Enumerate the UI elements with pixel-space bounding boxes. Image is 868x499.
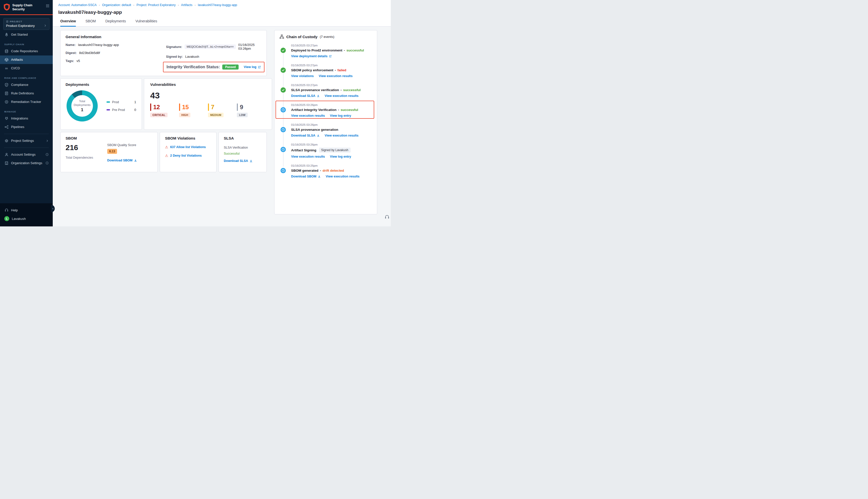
tab-sbom[interactable]: SBOM	[85, 19, 96, 27]
sbom-total-label: Total Dependencies	[65, 156, 93, 159]
download-sbom-link[interactable]: Download SBOM	[107, 159, 137, 162]
sidebar-footer: Help L Lavakush	[0, 203, 53, 227]
severity-count: 7	[211, 104, 214, 111]
custody-event-integrity-verification: 01/16/2025 03:26pm Artifact Integrity Ve…	[279, 104, 372, 118]
sidebar-item-integrations[interactable]: Integrations	[0, 114, 53, 123]
artifact-cube-icon	[4, 58, 9, 62]
sidebar-item-pipelines[interactable]: Pipelines	[0, 123, 53, 131]
severity-count: 12	[153, 104, 160, 111]
headset-icon	[4, 208, 9, 212]
card-title: SLSA	[224, 136, 262, 140]
event-status: failed	[338, 68, 346, 72]
main-area: Account: Automation-SSCA › Organization:…	[53, 0, 391, 227]
view-execution-results-link[interactable]: View execution results	[319, 74, 353, 78]
divider	[4, 134, 49, 134]
prod-color-swatch	[107, 101, 110, 103]
sidebar-item-label: Rule Definitions	[11, 92, 34, 95]
sidebar-item-rule-definitions[interactable]: Rule Definitions	[0, 89, 53, 98]
digest-label: Digest:	[65, 51, 76, 55]
card-title: Deployments	[65, 82, 137, 87]
severity-label: LOW	[237, 113, 248, 117]
deny-list-violations-link[interactable]: 2 Deny list Violations	[170, 154, 202, 157]
breadcrumb-current[interactable]: lavakush07/easy-buggy-app	[198, 3, 237, 7]
allow-list-violations-link[interactable]: 637 Allow list Violations	[170, 145, 206, 149]
sidebar-item-cicd[interactable]: ∞ CI/CD	[0, 64, 53, 73]
severity-critical: 12 CRITICAL	[150, 104, 179, 117]
custody-event-sbom-generated: 01/16/2025 03:25pm SBOM generated - drif…	[279, 164, 372, 178]
download-icon	[317, 134, 320, 137]
plug-icon	[4, 116, 9, 121]
breadcrumb-project[interactable]: Project: Product Exploratory	[137, 3, 176, 7]
digest-row: Digest: 8d23bd3b5d8f	[65, 51, 166, 55]
sidebar-item-label: Account Settings	[11, 153, 36, 156]
severity-label: CRITICAL	[150, 113, 168, 117]
download-icon	[317, 94, 320, 97]
donut-center-label: Total	[74, 99, 91, 103]
severity-count: 9	[240, 104, 243, 111]
gear-icon	[4, 138, 9, 143]
project-icon	[6, 20, 9, 23]
signing-stage-icon	[280, 147, 286, 152]
event-title: Artifact Integrity Verification	[291, 108, 337, 112]
sidebar-item-label: Integrations	[11, 117, 28, 120]
vulnerabilities-total: 43	[150, 90, 266, 100]
tab-vulnerabilities[interactable]: Vulnerabilities	[135, 19, 157, 27]
signed-by-value: Lavakush	[185, 55, 199, 59]
view-execution-results-link[interactable]: View execution results	[291, 114, 325, 118]
info-icon	[46, 153, 49, 156]
info-icon	[46, 161, 49, 165]
download-slsa-link[interactable]: Download SLSA	[291, 94, 320, 98]
download-slsa-link[interactable]: Download SLSA	[291, 134, 320, 137]
view-violations-link[interactable]: View violations	[291, 74, 314, 78]
view-log-entry-link[interactable]: View log entry	[330, 114, 351, 118]
sidebar-item-code-repositories[interactable]: Code Repositories	[0, 47, 53, 56]
card-title: Vulnerabilities	[150, 82, 266, 87]
sidebar-item-remediation-tracker[interactable]: Remediation Tracker	[0, 98, 53, 106]
view-log-entry-link[interactable]: View log entry	[330, 155, 351, 158]
tags-row: Tags: v5	[65, 59, 166, 63]
download-slsa-link[interactable]: Download SLSA	[224, 159, 253, 163]
support-headset-icon[interactable]	[385, 214, 389, 219]
view-execution-results-link[interactable]: View execution results	[325, 94, 359, 98]
tab-overview[interactable]: Overview	[60, 19, 76, 27]
view-deployment-details-link[interactable]: View deployment details	[291, 54, 332, 58]
slsa-generation-stage-icon	[280, 127, 286, 132]
name-label: Name:	[65, 43, 76, 47]
view-execution-results-link[interactable]: View execution results	[326, 175, 360, 178]
integrity-status-highlight-box: Integrity Verification Status: Passed Vi…	[163, 62, 264, 72]
sbom-quality-label: SBOM Quality Score	[107, 143, 137, 147]
custody-timeline: 01/16/2025 03:27pm Deployed to Prod2 env…	[279, 44, 372, 178]
card-title: General Information	[65, 35, 262, 39]
view-execution-results-link[interactable]: View execution results	[291, 155, 325, 158]
warning-icon: ⚠	[165, 154, 168, 157]
sidebar-item-label: Project Settings	[11, 139, 34, 143]
breadcrumb-artifacts[interactable]: Artifacts	[181, 3, 192, 7]
content-area: General Information Name: lavakush07/eas…	[53, 27, 391, 227]
download-sbom-link[interactable]: Download SBOM	[291, 175, 321, 178]
event-timestamp: 01/16/2025 03:26pm	[291, 104, 372, 107]
help-button[interactable]: Help	[0, 206, 53, 214]
sidebar-item-account-settings[interactable]: Account Settings	[0, 150, 53, 159]
sidebar-item-artifacts[interactable]: Artifacts	[0, 56, 53, 64]
view-log-link[interactable]: View log	[244, 65, 261, 69]
breadcrumb-account[interactable]: Account: Automation-SSCA	[58, 3, 97, 7]
breadcrumb-organization[interactable]: Organization: default	[102, 3, 131, 7]
event-timestamp: 01/16/2025 03:26pm	[291, 123, 372, 126]
tab-deployments[interactable]: Deployments	[106, 19, 126, 27]
sbom-quality-score-badge: 6.13	[107, 149, 117, 154]
name-row: Name: lavakush07/easy-buggy-app	[65, 43, 166, 47]
digest-value: 8d23bd3b5d8f	[79, 51, 100, 55]
user-menu[interactable]: L Lavakush	[0, 214, 53, 223]
sidebar-item-compliance[interactable]: Compliance	[0, 81, 53, 89]
status-badge-passed: Passed	[222, 64, 238, 70]
project-selector[interactable]: PROJECT Product Exploratory	[3, 18, 49, 30]
view-execution-results-link[interactable]: View execution results	[325, 134, 359, 137]
custody-event-sbom-policy: 01/16/2025 03:27pm SBOM policy enforceme…	[279, 64, 372, 78]
person-icon	[4, 153, 9, 157]
sidebar-item-project-settings[interactable]: Project Settings	[0, 136, 53, 145]
sidebar-item-get-started[interactable]: Get Started	[0, 31, 53, 39]
sidebar-item-organization-settings[interactable]: Organization Settings	[0, 159, 53, 168]
module-grid-icon[interactable]	[46, 4, 49, 8]
signed-by-row: Signed by: Lavakush	[166, 55, 262, 59]
event-timestamp: 01/16/2025 03:25pm	[291, 164, 372, 167]
